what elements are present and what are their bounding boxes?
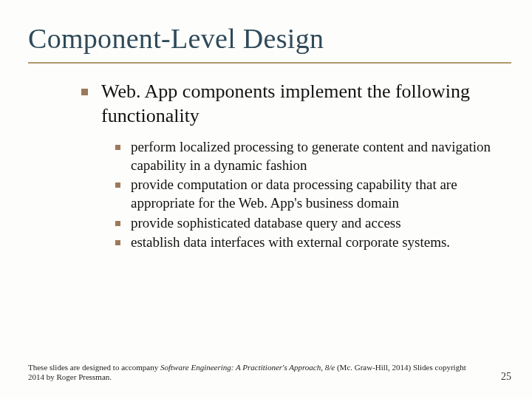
sub-point-text: establish data interfaces with external … [131,233,450,252]
footer-prefix: These slides are designed to accompany [28,363,160,372]
slide: Component-Level Design Web. App componen… [0,0,532,399]
lead-text: Web. App components implement the follow… [101,80,502,128]
square-bullet-icon [115,145,120,150]
sub-point-text: provide computation or data processing c… [131,176,502,212]
list-item: provide computation or data processing c… [115,176,502,214]
page-number: 25 [501,371,511,383]
square-bullet-icon [81,89,88,95]
sub-bullet-list: perform localized processing to generate… [115,138,502,253]
title-rule [28,62,511,64]
list-item: provide sophisticated database query and… [115,214,502,234]
square-bullet-icon [115,221,120,226]
list-item: establish data interfaces with external … [115,233,502,253]
lead-bullet-row: Web. App components implement the follow… [81,80,502,128]
slide-body: Web. App components implement the follow… [81,80,502,253]
sub-point-text: provide sophisticated database query and… [131,214,401,233]
footer-attribution: These slides are designed to accompany S… [28,363,473,383]
footer-book-title: Software Engineering: A Practitioner's A… [160,363,335,372]
list-item: perform localized processing to generate… [115,138,502,176]
square-bullet-icon [115,183,120,188]
sub-point-text: perform localized processing to generate… [131,138,502,174]
square-bullet-icon [115,240,120,245]
slide-title: Component-Level Design [28,22,324,55]
